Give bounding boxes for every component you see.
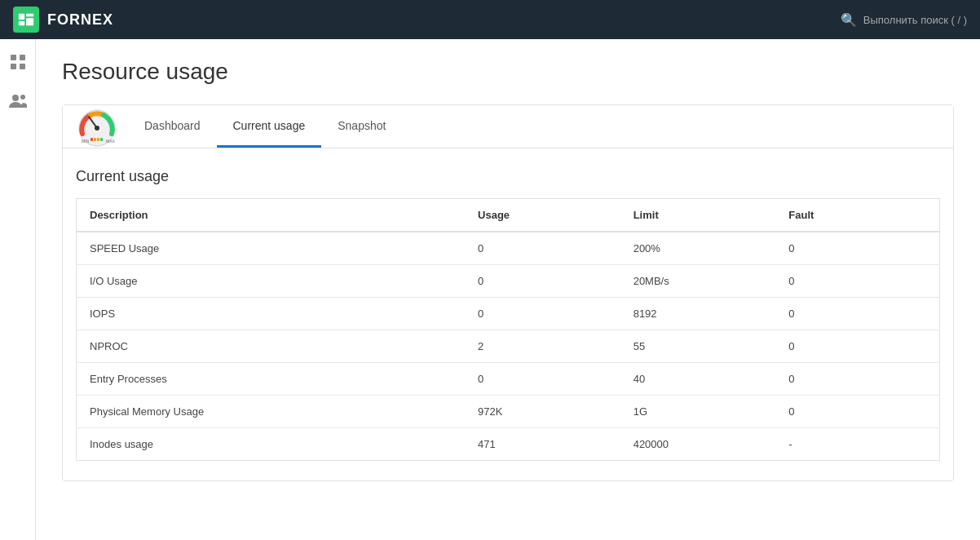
- cell-fault: 0: [775, 363, 939, 396]
- cell-usage: 471: [465, 428, 620, 461]
- col-header-description: Description: [77, 199, 466, 232]
- cell-description: SPEED Usage: [77, 232, 466, 265]
- svg-point-8: [12, 95, 19, 101]
- cell-description: I/O Usage: [77, 265, 466, 298]
- svg-rect-16: [94, 138, 96, 141]
- tab-snapshot[interactable]: Snapshot: [321, 106, 402, 148]
- svg-rect-3: [26, 18, 33, 25]
- cell-usage: 2: [465, 330, 620, 363]
- svg-point-9: [20, 95, 25, 100]
- svg-rect-5: [20, 55, 25, 60]
- sidebar-item-users[interactable]: [5, 88, 31, 114]
- brand-name: FORNEX: [47, 11, 113, 29]
- table-header-row: Description Usage Limit Fault: [77, 199, 940, 232]
- col-header-limit: Limit: [620, 199, 776, 232]
- gauge-icon: MIN MAX: [76, 105, 118, 148]
- logo-icon[interactable]: [13, 7, 39, 33]
- svg-rect-7: [20, 64, 25, 69]
- cell-fault: -: [775, 428, 939, 461]
- svg-rect-2: [26, 14, 33, 17]
- layout: Resource usage MIN MAX: [0, 39, 980, 540]
- tab-dashboard[interactable]: Dashboard: [128, 106, 217, 148]
- tabs-container: MIN MAX Dashboard Current usage Snapshot…: [62, 104, 954, 481]
- usage-table: Description Usage Limit Fault SPEED Usag…: [76, 198, 940, 461]
- cell-limit: 8192: [620, 298, 776, 330]
- cell-limit: 20MB/s: [620, 265, 776, 298]
- table-row: I/O Usage020MB/s0: [77, 265, 940, 298]
- svg-rect-15: [90, 138, 93, 141]
- cell-limit: 55: [620, 330, 776, 363]
- sidebar: [0, 39, 36, 540]
- cell-usage: 0: [465, 363, 620, 396]
- svg-rect-0: [19, 14, 24, 20]
- page-title: Resource usage: [62, 59, 954, 85]
- tab-current-usage[interactable]: Current usage: [217, 106, 322, 148]
- svg-rect-1: [19, 21, 24, 26]
- section-content: Current usage Description Usage Limit Fa…: [63, 148, 953, 480]
- cell-limit: 200%: [620, 232, 776, 265]
- svg-rect-6: [11, 64, 16, 69]
- cell-fault: 0: [775, 265, 939, 298]
- navbar: FORNEX 🔍 Выполнить поиск ( / ): [0, 0, 980, 39]
- cell-description: IOPS: [77, 298, 466, 330]
- section-title: Current usage: [76, 168, 940, 185]
- table-row: Entry Processes0400: [77, 363, 940, 396]
- cell-usage: 0: [465, 298, 620, 330]
- table-row: Physical Memory Usage972K1G0: [77, 396, 940, 428]
- cell-description: Physical Memory Usage: [77, 396, 466, 428]
- svg-text:MAX: MAX: [106, 139, 116, 144]
- table-row: NPROC2550: [77, 330, 940, 363]
- cell-usage: 972K: [465, 396, 620, 428]
- sidebar-item-apps[interactable]: [5, 49, 31, 75]
- cell-description: Inodes usage: [77, 428, 466, 461]
- cell-fault: 0: [775, 232, 939, 265]
- table-row: Inodes usage471420000-: [77, 428, 940, 461]
- col-header-usage: Usage: [465, 199, 620, 232]
- cell-usage: 0: [465, 265, 620, 298]
- navbar-right: 🔍 Выполнить поиск ( / ): [841, 12, 967, 28]
- svg-text:MIN: MIN: [82, 139, 90, 144]
- cell-limit: 420000: [620, 428, 776, 461]
- svg-rect-18: [100, 138, 103, 141]
- col-header-fault: Fault: [775, 199, 939, 232]
- cell-description: Entry Processes: [77, 363, 466, 396]
- cell-limit: 1G: [620, 396, 776, 428]
- svg-point-12: [95, 126, 99, 131]
- cell-fault: 0: [775, 330, 939, 363]
- tabs-header: MIN MAX Dashboard Current usage Snapshot: [63, 105, 953, 148]
- navbar-left: FORNEX: [13, 7, 113, 33]
- search-icon[interactable]: 🔍: [841, 12, 857, 28]
- main-content: Resource usage MIN MAX: [36, 39, 980, 540]
- table-row: SPEED Usage0200%0: [77, 232, 940, 265]
- cell-description: NPROC: [77, 330, 466, 363]
- search-text[interactable]: Выполнить поиск ( / ): [863, 14, 967, 26]
- cell-fault: 0: [775, 396, 939, 428]
- cell-fault: 0: [775, 298, 939, 330]
- table-row: IOPS081920: [77, 298, 940, 330]
- cell-limit: 40: [620, 363, 776, 396]
- cell-usage: 0: [465, 232, 620, 265]
- svg-rect-17: [97, 138, 99, 141]
- svg-rect-4: [11, 55, 16, 60]
